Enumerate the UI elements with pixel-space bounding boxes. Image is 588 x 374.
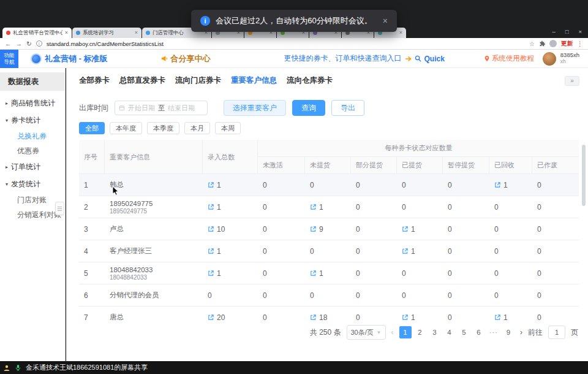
cell-customer: 唐总 bbox=[105, 307, 203, 321]
sidebar-subitem[interactable]: 兑换礼券 bbox=[0, 129, 65, 143]
browser-tab[interactable]: 系统培训学习× bbox=[72, 28, 141, 38]
nav-toggle-button[interactable]: 功能 导航 bbox=[0, 50, 18, 68]
back-icon[interactable]: ← bbox=[5, 40, 12, 47]
browser-menu-icon[interactable]: ⋮ bbox=[577, 40, 583, 47]
sidebar-subitem[interactable]: 优惠券 bbox=[0, 143, 65, 158]
table-row[interactable]: 1韩总10000010 bbox=[79, 174, 579, 196]
select-customer-button[interactable]: 选择重要客户 bbox=[224, 100, 286, 116]
sidebar-item[interactable]: ▸商品销售统计 bbox=[0, 94, 65, 112]
goto-page-input[interactable] bbox=[548, 326, 565, 339]
share-icon[interactable] bbox=[310, 314, 317, 321]
page-button[interactable]: 2 bbox=[414, 326, 426, 338]
profile-avatar[interactable] bbox=[549, 40, 557, 47]
share-icon[interactable] bbox=[402, 314, 409, 321]
quick-filter-button[interactable]: 本月 bbox=[184, 122, 210, 134]
tab-close-icon[interactable]: × bbox=[135, 30, 138, 36]
sidebar-collapse-handle[interactable] bbox=[55, 202, 64, 215]
table-row[interactable]: 6分销代理的会员00000000 bbox=[79, 284, 579, 307]
share-icon[interactable] bbox=[208, 226, 214, 232]
query-button[interactable]: 查询 bbox=[292, 100, 325, 116]
table-row[interactable]: 7唐总2001801010 bbox=[79, 307, 579, 321]
tutorial-link[interactable]: 系统使用教程 bbox=[484, 54, 534, 63]
content-tab[interactable]: 重要客户信息 bbox=[231, 75, 277, 86]
share-icon[interactable] bbox=[310, 226, 317, 232]
share-icon[interactable] bbox=[208, 270, 214, 277]
quick-filter-button[interactable]: 本年度 bbox=[110, 122, 142, 134]
date-start-placeholder: 开始日期 bbox=[128, 104, 155, 113]
sidebar-item[interactable]: ▾发货统计 bbox=[0, 175, 65, 193]
site-info-icon[interactable]: i bbox=[36, 40, 42, 47]
share-icon[interactable] bbox=[402, 226, 409, 232]
table-row[interactable]: 5180488420331804884203310100000 bbox=[79, 262, 579, 284]
cell-status: 0 bbox=[305, 174, 351, 196]
quick-search[interactable]: Quick bbox=[415, 55, 444, 63]
table-row[interactable]: 3卢总100901000 bbox=[79, 218, 579, 240]
status-value: 0 bbox=[494, 225, 499, 234]
user-avatar[interactable] bbox=[543, 52, 556, 66]
minimize-icon[interactable]: – bbox=[552, 28, 555, 35]
page-button[interactable]: 3 bbox=[429, 326, 441, 338]
page-button[interactable]: 4 bbox=[443, 326, 456, 338]
cell-customer: 1895024977518950249775 bbox=[105, 196, 203, 218]
person-icon[interactable] bbox=[3, 364, 10, 372]
share-icon[interactable] bbox=[494, 314, 501, 321]
share-icon[interactable] bbox=[310, 204, 317, 210]
share-icon[interactable] bbox=[402, 248, 409, 254]
update-button[interactable]: 更新 bbox=[561, 40, 573, 48]
content-tabs: 全部券卡总部直发券卡流向门店券卡重要客户信息流向仓库券卡» bbox=[79, 75, 579, 86]
status-value: 0 bbox=[356, 225, 360, 234]
close-icon[interactable]: × bbox=[578, 28, 582, 35]
content-tab[interactable]: 流向门店券卡 bbox=[175, 75, 221, 86]
content-tab[interactable]: 总部直发券卡 bbox=[119, 75, 165, 86]
tab-close-icon[interactable]: × bbox=[399, 30, 402, 36]
forward-icon[interactable]: → bbox=[16, 40, 23, 47]
page-button[interactable]: 9 bbox=[502, 326, 514, 338]
tab-label: 系统培训学习 bbox=[83, 29, 132, 37]
quick-filter-button[interactable]: 本季度 bbox=[147, 122, 179, 134]
content-tab[interactable]: 流向仓库券卡 bbox=[287, 75, 333, 86]
tab-close-icon[interactable]: × bbox=[65, 30, 68, 36]
page-size-value: 30条/页 bbox=[351, 328, 374, 337]
table-row[interactable]: 2189502497751895024977510100000 bbox=[79, 196, 579, 218]
status-value: 0 bbox=[448, 291, 452, 300]
bookmark-star-icon[interactable]: ☆ bbox=[529, 40, 535, 47]
prev-page-button[interactable]: ‹ bbox=[391, 328, 394, 337]
cell-status: 1 bbox=[397, 218, 443, 240]
panel-collapse-button[interactable]: » bbox=[565, 76, 579, 86]
share-center-link[interactable]: 合分享中心 bbox=[160, 53, 211, 64]
share-icon[interactable] bbox=[494, 181, 501, 188]
status-value: 0 bbox=[448, 269, 452, 278]
page-button[interactable]: 1 bbox=[399, 326, 412, 338]
next-page-button[interactable]: › bbox=[520, 328, 522, 337]
tab-favicon bbox=[76, 31, 80, 35]
share-icon[interactable] bbox=[310, 270, 317, 277]
sidebar-item[interactable]: ▾券卡统计 bbox=[0, 112, 65, 129]
refresh-icon[interactable]: ↻ bbox=[26, 40, 32, 47]
toast-close-icon[interactable]: × bbox=[383, 16, 388, 26]
quick-filter-button[interactable]: 本周 bbox=[215, 122, 241, 134]
page-button[interactable]: 6 bbox=[473, 326, 485, 338]
maximize-icon[interactable]: □ bbox=[565, 28, 569, 35]
export-button[interactable]: 导出 bbox=[331, 100, 364, 116]
share-icon[interactable] bbox=[208, 181, 214, 188]
share-icon[interactable] bbox=[208, 314, 214, 321]
page-button[interactable]: 5 bbox=[458, 326, 470, 338]
quick-filter-button[interactable]: 全部 bbox=[79, 122, 105, 134]
url-input[interactable]: standard.maboy.cn/CardMemberStatisticsLi… bbox=[47, 40, 525, 47]
page-size-select[interactable]: 30条/页 ▼ bbox=[347, 325, 386, 340]
table-row[interactable]: 4客户经理张三10001000 bbox=[79, 240, 579, 262]
filter-bar: 出库时间 开始日期 至 结束日期 选择重要客户 查询 导出 bbox=[79, 100, 364, 116]
cell-status: 0 bbox=[489, 218, 532, 240]
date-range-picker[interactable]: 开始日期 至 结束日期 bbox=[115, 101, 208, 115]
share-icon[interactable] bbox=[208, 248, 214, 254]
microphone-icon[interactable] bbox=[15, 364, 21, 371]
scrollbar-thumb[interactable] bbox=[582, 145, 586, 206]
content-tab[interactable]: 全部券卡 bbox=[79, 75, 110, 86]
extensions-icon[interactable] bbox=[539, 38, 545, 49]
sidebar-item[interactable]: ▸订单统计 bbox=[0, 158, 65, 175]
promo-link[interactable]: 更快捷的券卡、订单和快递查询入口 bbox=[284, 53, 401, 64]
share-icon[interactable] bbox=[208, 204, 214, 210]
browser-tab[interactable]: 礼盒营销平台管理中心× bbox=[2, 28, 72, 38]
total-value: 1 bbox=[217, 269, 221, 278]
customer-name: 18048842033 bbox=[110, 266, 153, 273]
